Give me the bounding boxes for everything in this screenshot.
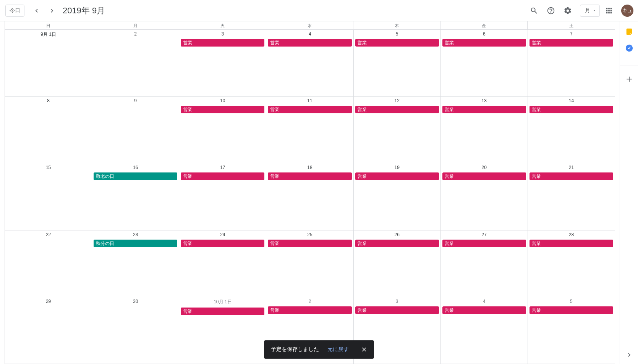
day-number: 27	[441, 230, 528, 240]
day-cell[interactable]: 29	[5, 297, 92, 364]
calendar-event[interactable]: 営業	[268, 39, 351, 47]
close-icon	[361, 346, 368, 353]
date-range-title: 2019年 9月	[63, 5, 105, 16]
calendar-event[interactable]: 営業	[442, 240, 526, 247]
calendar-event[interactable]: 営業	[442, 306, 526, 314]
main-wrap: 日 月 火 水 木 金 土 9月 1日23営業4営業5営業6営業7営業8910営…	[0, 21, 638, 364]
calendar-event[interactable]: 営業	[530, 306, 613, 314]
prev-button[interactable]	[29, 3, 44, 18]
calendar-event[interactable]: 敬老の日	[94, 172, 177, 180]
day-header-row: 日 月 火 水 木 金 土	[5, 21, 615, 29]
calendar-event[interactable]: 営業	[355, 106, 439, 113]
calendar-event[interactable]: 営業	[181, 39, 264, 47]
next-button[interactable]	[44, 3, 60, 18]
day-number: 4	[441, 297, 528, 306]
day-cell[interactable]: 5営業	[528, 297, 615, 364]
header: 今日 2019年 9月 月 キュ	[0, 0, 638, 21]
day-cell[interactable]: 12営業	[354, 96, 441, 163]
day-number: 7	[528, 30, 615, 39]
calendar-event[interactable]: 秋分の日	[94, 240, 177, 247]
apps-button[interactable]	[601, 3, 617, 18]
day-cell[interactable]: 26営業	[354, 230, 441, 297]
day-cell[interactable]: 24営業	[179, 230, 266, 297]
tasks-button[interactable]	[625, 43, 634, 53]
day-cell[interactable]: 4営業	[441, 297, 528, 364]
day-cell[interactable]: 21営業	[528, 163, 615, 230]
day-cell[interactable]: 6営業	[441, 29, 528, 96]
day-cell[interactable]: 27営業	[441, 230, 528, 297]
calendar-event[interactable]: 営業	[181, 308, 264, 315]
calendar-event[interactable]: 営業	[355, 240, 439, 247]
day-number: 25	[266, 230, 353, 240]
calendar-event[interactable]: 営業	[530, 240, 613, 247]
day-cell[interactable]: 13営業	[441, 96, 528, 163]
search-button[interactable]	[526, 3, 542, 18]
toast-undo[interactable]: 元に戻す	[327, 346, 349, 353]
day-number: 4	[266, 30, 353, 39]
day-number: 6	[441, 30, 528, 39]
day-number: 13	[441, 97, 528, 106]
day-cell[interactable]: 16敬老の日	[92, 163, 179, 230]
calendar-event[interactable]: 営業	[268, 172, 351, 180]
today-button[interactable]: 今日	[5, 5, 24, 17]
day-number: 3	[354, 297, 440, 306]
day-cell[interactable]: 30	[92, 297, 179, 364]
day-number: 9	[92, 97, 179, 106]
day-number: 3	[179, 30, 266, 39]
calendar-event[interactable]: 営業	[530, 172, 613, 180]
settings-button[interactable]	[560, 3, 575, 18]
chevron-left-icon	[33, 7, 40, 14]
calendar-event[interactable]: 営業	[181, 106, 264, 113]
view-selector[interactable]: 月	[580, 5, 600, 17]
day-number: 15	[5, 163, 92, 172]
day-cell[interactable]: 9	[92, 96, 179, 163]
keep-icon	[625, 28, 633, 36]
calendar-event[interactable]: 営業	[181, 240, 264, 247]
day-cell[interactable]: 4営業	[266, 29, 353, 96]
day-number: 5	[528, 297, 615, 306]
day-cell[interactable]: 3営業	[179, 29, 266, 96]
calendar-event[interactable]: 営業	[442, 172, 526, 180]
day-cell[interactable]: 17営業	[179, 163, 266, 230]
calendar-event[interactable]: 営業	[181, 172, 264, 180]
day-cell[interactable]: 28営業	[528, 230, 615, 297]
day-number: 26	[354, 230, 440, 240]
apps-grid-icon	[605, 6, 613, 15]
calendar-event[interactable]: 営業	[355, 172, 439, 180]
day-cell[interactable]: 25営業	[266, 230, 353, 297]
day-cell[interactable]: 10月 1日営業	[179, 297, 266, 364]
account-avatar[interactable]: キュ	[621, 5, 633, 17]
day-cell[interactable]: 11営業	[266, 96, 353, 163]
calendar-event[interactable]: 営業	[442, 39, 526, 47]
chevron-right-icon	[625, 351, 633, 359]
calendar-event[interactable]: 営業	[268, 106, 351, 113]
day-cell[interactable]: 8	[5, 96, 92, 163]
help-button[interactable]	[543, 3, 559, 18]
calendar-event[interactable]: 営業	[530, 106, 613, 113]
day-number: 19	[354, 163, 440, 172]
keep-button[interactable]	[625, 27, 634, 37]
day-cell[interactable]: 18営業	[266, 163, 353, 230]
day-cell[interactable]: 10営業	[179, 96, 266, 163]
day-cell[interactable]: 9月 1日	[5, 29, 92, 96]
addons-button[interactable]: ＋	[620, 66, 638, 85]
calendar-event[interactable]: 営業	[268, 240, 351, 247]
collapse-side-button[interactable]	[625, 351, 633, 359]
day-cell[interactable]: 19営業	[354, 163, 441, 230]
day-cell[interactable]: 15	[5, 163, 92, 230]
day-cell[interactable]: 20営業	[441, 163, 528, 230]
day-cell[interactable]: 5営業	[354, 29, 441, 96]
day-cell[interactable]: 7営業	[528, 29, 615, 96]
day-cell[interactable]: 23秋分の日	[92, 230, 179, 297]
calendar-event[interactable]: 営業	[530, 39, 613, 47]
day-cell[interactable]: 2	[92, 29, 179, 96]
calendar-event[interactable]: 営業	[355, 39, 439, 47]
view-selector-label: 月	[585, 7, 590, 14]
calendar-event[interactable]: 営業	[268, 306, 351, 314]
toast-close[interactable]	[357, 343, 371, 356]
day-cell[interactable]: 22	[5, 230, 92, 297]
calendar-event[interactable]: 営業	[355, 306, 439, 314]
day-header: 金	[440, 21, 528, 29]
day-cell[interactable]: 14営業	[528, 96, 615, 163]
calendar-event[interactable]: 営業	[442, 106, 526, 113]
